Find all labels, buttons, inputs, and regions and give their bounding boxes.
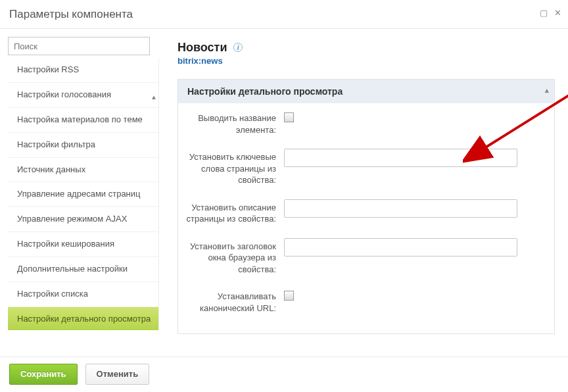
- cancel-button[interactable]: Отменить: [85, 364, 150, 385]
- maximize-icon[interactable]: ▢: [540, 8, 548, 18]
- save-button[interactable]: Сохранить: [9, 364, 78, 385]
- input-description[interactable]: [284, 199, 517, 218]
- field-label-canonical: Устанавливать канонический URL:: [182, 288, 284, 314]
- page-title: Новости: [178, 41, 227, 55]
- collapse-icon[interactable]: ▴: [545, 86, 549, 95]
- sidebar-item-list-settings[interactable]: Настройки списка: [8, 282, 158, 307]
- sidebar-item-ajax[interactable]: Управление режимом AJAX: [8, 207, 158, 232]
- field-label-element-title: Выводить название элемента:: [182, 110, 284, 135]
- sidebar-item-additional[interactable]: Дополнительные настройки: [8, 257, 158, 282]
- close-icon[interactable]: ✕: [554, 8, 561, 18]
- input-keywords[interactable]: [284, 149, 517, 167]
- field-label-description: Установить описание страницы из свойства…: [182, 199, 284, 225]
- sidebar-item-topic-materials[interactable]: Настройка материалов по теме: [8, 108, 158, 133]
- sidebar-item-detail-view[interactable]: Настройки детального просмотра: [8, 307, 158, 330]
- input-browser-title[interactable]: [284, 238, 517, 257]
- sidebar-nav: Настройки RSS Настройки голосования Наст…: [8, 58, 159, 330]
- sidebar-item-data-source[interactable]: Источник данных: [8, 158, 158, 183]
- search-input[interactable]: [8, 37, 150, 55]
- sidebar-item-url-management[interactable]: Управление адресами страниц: [8, 182, 158, 207]
- sidebar-item-filter[interactable]: Настройки фильтра: [8, 133, 158, 158]
- section-title: Настройки детального просмотра: [187, 86, 343, 97]
- info-icon[interactable]: i: [233, 43, 243, 52]
- sidebar-item-rss[interactable]: Настройки RSS: [8, 58, 158, 83]
- dialog-title: Параметры компонента: [9, 8, 133, 21]
- section-header[interactable]: Настройки детального просмотра ▴: [178, 80, 554, 103]
- field-label-keywords: Установить ключевые слова страницы из св…: [182, 149, 284, 186]
- field-label-browser-title: Установить заголовок окна браузера из св…: [182, 238, 284, 276]
- checkbox-element-title[interactable]: [284, 112, 294, 122]
- sidebar-item-caching[interactable]: Настройки кеширования: [8, 232, 158, 257]
- component-id: bitrix:news: [178, 56, 555, 66]
- sidebar-item-voting[interactable]: Настройки голосования: [8, 83, 158, 108]
- checkbox-canonical[interactable]: [284, 291, 294, 301]
